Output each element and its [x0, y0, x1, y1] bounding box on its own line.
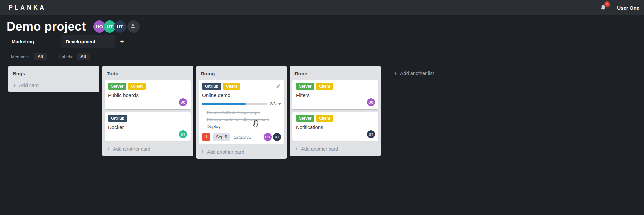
tab-marketing[interactable]: Marketing [7, 35, 61, 48]
chevron-down-icon[interactable] [278, 103, 281, 105]
progress-count: 2/3 [270, 102, 276, 106]
card-member-avatar[interactable]: UT [273, 133, 281, 141]
add-another-card-button[interactable]: +Add another card [199, 147, 284, 156]
plus-icon: + [201, 149, 204, 154]
card-member-avatar[interactable]: UT [179, 130, 187, 138]
card-title: Filters [296, 92, 375, 98]
label-server: Server [296, 115, 314, 122]
card-member-avatar[interactable]: UT [367, 130, 375, 138]
notifications-button[interactable]: 2 [600, 4, 607, 13]
card-labels: ServerClient [296, 115, 375, 122]
card-members: UT [296, 130, 375, 138]
notification-badge: 2 [604, 1, 610, 7]
card-member-avatar[interactable]: UO [179, 98, 187, 106]
pencil-icon [276, 85, 281, 90]
board-tabs: MarketingDevelopment+ [0, 35, 644, 48]
card-members: UT [108, 130, 187, 138]
list-title[interactable]: Doing [199, 69, 284, 80]
card-title: Online demo [202, 92, 281, 98]
topbar-right: 2 User One [600, 3, 639, 13]
plus-icon: + [13, 83, 16, 88]
label-server: Server [296, 83, 314, 90]
members-filter-label: Members: [11, 54, 31, 59]
plus-icon: + [107, 147, 110, 152]
add-card-label: Add another card [207, 149, 244, 155]
label-client: Client [316, 83, 333, 90]
topbar: PLANKA 2 User One [0, 0, 644, 15]
progress-bar-fill [202, 103, 246, 105]
task-progress: 2/3 [202, 102, 281, 106]
add-list-label: Add another list [400, 71, 434, 76]
task-item: –Deploy [202, 123, 281, 130]
card[interactable]: ServerClientNotificationsUT [292, 112, 378, 141]
user-menu[interactable]: User One [617, 5, 639, 11]
due-date-badge[interactable]: Sep 5 [213, 133, 230, 141]
card-members: UO [296, 98, 375, 106]
card-footer: 1Sep 522:26:31UOUT [202, 133, 281, 141]
add-card-label: Add another card [301, 146, 338, 152]
add-board-button[interactable]: + [115, 35, 129, 48]
list-bugs: Bugs+Add card [8, 66, 99, 92]
project-title[interactable]: Demo project [7, 19, 86, 34]
card[interactable]: ServerClientFiltersUO [292, 80, 378, 109]
card-title: Notifications [296, 124, 375, 130]
user-plus-icon [130, 23, 137, 31]
members-filter-value[interactable]: All [34, 53, 47, 60]
list-doing: DoingGitHubClientOnline demo2/3–Create G… [196, 66, 287, 159]
card[interactable]: GitHubClientOnline demo2/3–Create GitHub… [199, 80, 284, 144]
add-card-label: Add card [19, 83, 39, 88]
add-card-button[interactable]: +Add card [11, 80, 97, 89]
add-another-list-button[interactable]: +Add another list [388, 67, 439, 80]
add-another-card-button[interactable]: +Add another card [292, 144, 378, 153]
labels-filter-value[interactable]: All [77, 53, 90, 60]
add-member-button[interactable] [127, 20, 140, 33]
project-member-avatar[interactable]: UT [114, 20, 126, 33]
plus-icon: + [394, 71, 397, 76]
list-done: DoneServerClientFiltersUOServerClientNot… [290, 66, 381, 156]
task-dash: – [202, 124, 205, 129]
add-another-card-button[interactable]: +Add another card [105, 144, 191, 153]
labels-filter-label: Labels: [59, 54, 73, 59]
app-logo[interactable]: PLANKA [9, 4, 46, 11]
task-text: Change code for offline version [207, 117, 269, 122]
list-title[interactable]: Bugs [11, 69, 97, 80]
filter-bar: Members: All Labels: All [0, 48, 644, 63]
card-members: UOUT [264, 133, 281, 141]
progress-bar-track [202, 103, 267, 105]
card-labels: GitHubClient [202, 83, 281, 90]
task-item: –Change code for offline version [202, 116, 281, 123]
add-card-label: Add another card [113, 146, 150, 152]
label-client: Client [316, 115, 333, 122]
card-member-avatar[interactable]: UO [367, 98, 375, 106]
card-labels: ServerClient [296, 83, 375, 90]
card-member-avatar[interactable]: UO [264, 133, 272, 141]
task-dash: – [202, 110, 205, 115]
task-text: Create GitHub Pages repo [207, 110, 260, 115]
list-title[interactable]: Todo [105, 69, 191, 80]
timer-badge[interactable]: 22:26:31 [234, 135, 251, 140]
label-server: Server [108, 83, 126, 90]
card[interactable]: GitHubDockerUT [105, 112, 191, 141]
list-todo: TodoServerClientPublic boardsUOGitHubDoc… [102, 66, 193, 156]
card-labels: GitHub [108, 115, 187, 122]
card-members: UO [108, 98, 187, 106]
tab-development[interactable]: Development [61, 35, 115, 48]
label-github: GitHub [202, 83, 221, 90]
edit-card-button[interactable] [276, 84, 281, 90]
card-title: Docker [108, 124, 187, 130]
card-labels: ServerClient [108, 83, 187, 90]
task-list: –Create GitHub Pages repo–Change code fo… [202, 109, 281, 130]
project-members: UOUTUT [93, 20, 140, 33]
bell-icon [600, 7, 607, 12]
list-title[interactable]: Done [292, 69, 378, 80]
task-dash: – [202, 117, 205, 122]
label-github: GitHub [108, 115, 127, 122]
card-title: Public boards [108, 92, 187, 98]
label-client: Client [128, 83, 145, 90]
card[interactable]: ServerClientPublic boardsUO [105, 80, 191, 109]
card-notification-badge: 1 [202, 133, 210, 141]
project-header: Demo project UOUTUT [0, 15, 644, 35]
task-text: Deploy [207, 124, 221, 129]
label-client: Client [223, 83, 240, 90]
board: Bugs+Add cardTodoServerClientPublic boar… [0, 63, 644, 159]
